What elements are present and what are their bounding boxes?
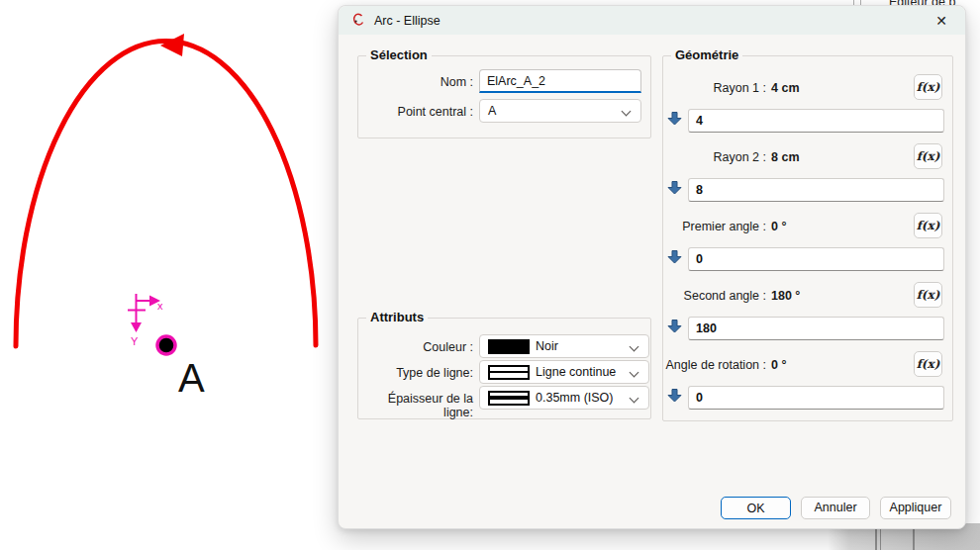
- apply-button[interactable]: Appliquer: [880, 497, 951, 519]
- color-swatch-black: [488, 339, 530, 354]
- rotation-angle-input[interactable]: [688, 386, 944, 410]
- radius1-value: 4 cm: [771, 81, 800, 97]
- radius2-value: 8 cm: [771, 150, 800, 166]
- center-point-label: Point central :: [358, 105, 473, 119]
- second-angle-input[interactable]: [688, 317, 944, 340]
- point-label: A: [178, 356, 205, 401]
- center-point[interactable]: [157, 336, 175, 354]
- attributes-group-title: Attributs: [366, 310, 428, 324]
- radius2-apply-arrow-icon[interactable]: [666, 179, 683, 196]
- first-angle-input[interactable]: [688, 247, 944, 271]
- radius2-label: Rayon 2 :: [665, 150, 766, 166]
- second-angle-value: 180 °: [771, 289, 800, 305]
- first-angle-apply-arrow-icon[interactable]: [666, 248, 683, 265]
- linewidth-label: Épaisseur de la ligne:: [358, 392, 473, 419]
- close-button[interactable]: ✕: [931, 12, 951, 30]
- linetype-label: Type de ligne:: [358, 366, 473, 380]
- selection-group-title: Sélection: [366, 47, 432, 62]
- ellipse-arc[interactable]: [16, 34, 316, 346]
- rotation-angle-apply-arrow-icon[interactable]: [666, 387, 683, 404]
- chevron-down-icon: [630, 368, 639, 378]
- dialog-title: Arc - Ellipse: [374, 14, 441, 28]
- arc-direction-arrow: [160, 34, 184, 56]
- cancel-button[interactable]: Annuler: [801, 497, 870, 519]
- radius1-apply-arrow-icon[interactable]: [666, 110, 683, 127]
- chevron-down-icon: [630, 394, 639, 404]
- chevron-down-icon: [630, 342, 639, 352]
- selection-group: Sélection: [357, 55, 651, 138]
- radius1-label: Rayon 1 :: [665, 81, 766, 97]
- radius2-fx-button[interactable]: f(x): [914, 143, 942, 169]
- arc-ellipse-icon: [350, 13, 366, 29]
- ok-button[interactable]: OK: [721, 497, 791, 519]
- linetype-value: Ligne continue: [536, 365, 616, 379]
- second-angle-apply-arrow-icon[interactable]: [666, 318, 683, 334]
- rotation-angle-fx-button[interactable]: f(x): [914, 351, 942, 377]
- first-angle-label: Premier angle :: [665, 220, 766, 235]
- first-angle-value: 0 °: [771, 220, 786, 235]
- arc-ellipse-dialog: Arc - Ellipse ✕ Sélection Nom : Point ce…: [338, 5, 966, 529]
- linetype-swatch: [488, 365, 530, 380]
- center-point-select[interactable]: A: [479, 99, 641, 123]
- dialog-titlebar[interactable]: Arc - Ellipse ✕: [339, 6, 965, 35]
- linetype-select[interactable]: Ligne continue: [479, 360, 649, 384]
- radius1-input[interactable]: [688, 109, 944, 133]
- color-select[interactable]: Noir: [479, 334, 649, 358]
- name-input[interactable]: [479, 69, 641, 93]
- radius1-fx-button[interactable]: f(x): [914, 74, 942, 100]
- center-point-value: A: [488, 104, 496, 118]
- axis-y-label: Y: [131, 335, 139, 347]
- radius2-input[interactable]: [688, 178, 944, 202]
- chevron-down-icon: [622, 107, 632, 117]
- linewidth-value: 0.35mm (ISO): [536, 391, 614, 405]
- color-value: Noir: [536, 339, 558, 353]
- first-angle-fx-button[interactable]: f(x): [914, 213, 942, 238]
- second-angle-fx-button[interactable]: f(x): [914, 282, 942, 308]
- linewidth-swatch: [488, 391, 530, 406]
- name-label: Nom :: [358, 75, 473, 89]
- axis-x-label: x: [157, 300, 163, 312]
- rotation-angle-value: 0 °: [771, 358, 786, 374]
- geometry-group-title: Géométrie: [671, 47, 742, 62]
- linewidth-select[interactable]: 0.35mm (ISO): [479, 386, 649, 410]
- rotation-angle-label: Angle de rotation :: [665, 358, 766, 374]
- color-label: Couleur :: [358, 340, 473, 354]
- second-angle-label: Second angle :: [665, 289, 766, 305]
